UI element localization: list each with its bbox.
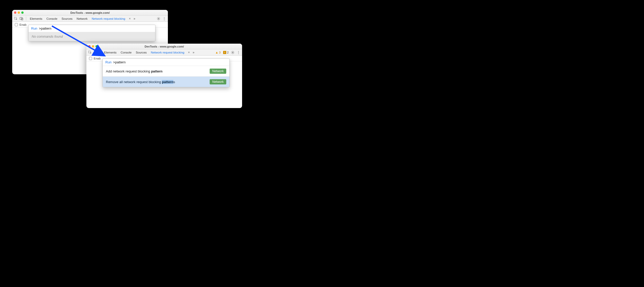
more-tabs-icon[interactable]: » bbox=[192, 51, 195, 54]
tab-network-request-blocking[interactable]: Network request blocking bbox=[149, 51, 186, 54]
tab-elements[interactable]: Elements bbox=[102, 51, 118, 54]
titlebar[interactable]: DevTools - www.google.com/ bbox=[12, 10, 168, 16]
command-palette-input[interactable]: Run >pattern bbox=[103, 59, 229, 66]
window-controls bbox=[14, 11, 24, 14]
minimize-icon[interactable] bbox=[18, 11, 20, 14]
more-tabs-icon[interactable]: » bbox=[133, 17, 136, 21]
category-pill: Network bbox=[210, 69, 226, 74]
titlebar[interactable]: DevTools - www.google.com/ bbox=[86, 44, 242, 49]
command-palette-input[interactable]: Run >pattern bbox=[29, 25, 155, 32]
run-label: Run bbox=[105, 60, 112, 64]
tab-network[interactable]: Network bbox=[75, 17, 89, 20]
tab-close-icon[interactable]: × bbox=[128, 17, 132, 21]
run-label: Run bbox=[31, 26, 37, 30]
issues-count: 2 bbox=[227, 51, 229, 54]
gear-icon[interactable] bbox=[156, 16, 161, 21]
warnings-badge[interactable]: ▲3 bbox=[214, 51, 221, 54]
cmd-match: pattern bbox=[162, 80, 173, 84]
command-item-add-pattern[interactable]: Add network request blocking pattern Net… bbox=[103, 66, 229, 76]
minimize-icon[interactable] bbox=[92, 45, 94, 48]
tab-close-icon[interactable]: × bbox=[187, 51, 191, 54]
category-pill: Network bbox=[210, 79, 226, 84]
devtools-window-after: DevTools - www.google.com/ Elements Cons… bbox=[86, 44, 242, 108]
warning-icon: ▲ bbox=[215, 51, 218, 54]
tab-sources[interactable]: Sources bbox=[134, 51, 148, 54]
svg-point-3 bbox=[158, 18, 159, 19]
command-query: >pattern bbox=[113, 60, 126, 64]
command-palette: Run >pattern Add network request blockin… bbox=[102, 58, 230, 87]
enable-label: Enab bbox=[94, 57, 101, 60]
tab-network-request-blocking[interactable]: Network request blocking bbox=[90, 17, 127, 20]
device-toggle-icon[interactable] bbox=[19, 16, 24, 21]
svg-point-7 bbox=[232, 52, 233, 53]
close-icon[interactable] bbox=[14, 11, 16, 14]
window-controls bbox=[88, 45, 98, 48]
window-title: DevTools - www.google.com/ bbox=[86, 45, 242, 48]
tab-console[interactable]: Console bbox=[119, 51, 133, 54]
close-icon[interactable] bbox=[88, 45, 91, 48]
warnings-count: 3 bbox=[219, 51, 221, 54]
zoom-icon[interactable] bbox=[21, 11, 24, 14]
gear-icon[interactable] bbox=[230, 50, 235, 55]
separator bbox=[26, 17, 26, 21]
cmd-pre: Remove all network request blocking bbox=[106, 80, 162, 84]
enable-checkbox[interactable] bbox=[89, 57, 92, 60]
inspect-icon[interactable] bbox=[88, 50, 92, 55]
cmd-match: pattern bbox=[151, 69, 162, 73]
device-toggle-icon[interactable] bbox=[93, 50, 98, 55]
devtools-toolbar: Elements Console Sources Network Network… bbox=[12, 16, 168, 22]
tab-sources[interactable]: Sources bbox=[60, 17, 74, 20]
window-title: DevTools - www.google.com/ bbox=[12, 11, 168, 14]
separator bbox=[100, 50, 100, 54]
issues-badge[interactable]: !2 bbox=[222, 51, 229, 54]
command-query: >pattern bbox=[39, 26, 51, 30]
enable-checkbox[interactable] bbox=[15, 23, 18, 26]
kebab-icon[interactable]: ⋮ bbox=[236, 50, 241, 55]
no-commands-label: No commands found bbox=[29, 32, 155, 41]
zoom-icon[interactable] bbox=[95, 45, 98, 48]
command-palette: Run >pattern No commands found bbox=[28, 25, 155, 41]
enable-label: Enab bbox=[19, 23, 26, 26]
command-item-remove-patterns[interactable]: Remove all network request blocking patt… bbox=[103, 76, 229, 87]
kebab-icon[interactable]: ⋮ bbox=[162, 16, 167, 21]
tab-console[interactable]: Console bbox=[45, 17, 59, 20]
issues-icon: ! bbox=[223, 51, 226, 54]
inspect-icon[interactable] bbox=[13, 16, 18, 21]
cmd-post: s bbox=[173, 80, 175, 84]
devtools-toolbar: Elements Console Sources Network request… bbox=[86, 49, 242, 56]
cmd-pre: Add network request blocking bbox=[106, 69, 151, 73]
tab-elements[interactable]: Elements bbox=[28, 17, 44, 20]
